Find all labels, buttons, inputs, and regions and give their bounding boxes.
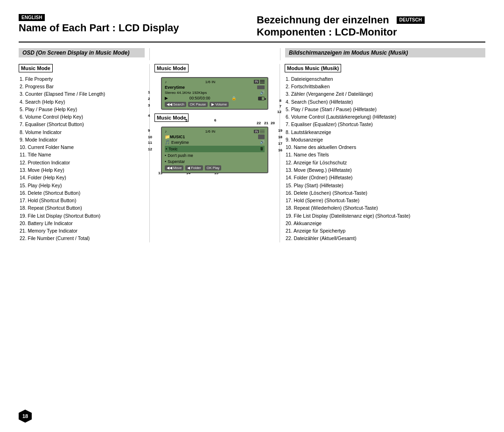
list-item: 21. Memory Type Indicator: [19, 227, 145, 234]
ann-16: 16: [278, 148, 282, 152]
middle-column: Music Mode 1 2 3 4 5 6 8 7 12 ♪: [149, 64, 280, 242]
list-item: 15. Play (Start) (Hilfetaste): [285, 182, 485, 189]
main-title-left: Name of Each Part : LCD Display: [19, 22, 247, 34]
lcd2-song4: Superstar: [168, 159, 185, 164]
lcd2-song3-row: • Don't push me: [165, 153, 265, 158]
list-item: 18. Repeat (Shortcut Button): [19, 204, 145, 212]
lcd2-folder-icon: 📁: [165, 135, 170, 139]
list-item: 17. Hold (Shortcut Button): [19, 197, 145, 204]
lcd2-folder-name: MUSIC1: [170, 135, 185, 139]
title-right-line2: Komponenten : LCD-Monitor: [257, 26, 425, 38]
lcd2-volume-icon: 🔊: [260, 140, 265, 144]
lcd2-repeat-icon: [258, 135, 265, 139]
lcd1-song-row: Everytime: [165, 85, 265, 90]
list-item: 3. Zähler (Vergangene Zeit / Dateilänge): [285, 90, 485, 98]
header-right: Bezeichnung der einzelnen DEUTSCH Kompon…: [247, 14, 485, 39]
lcd2-song1: Everytime: [171, 140, 189, 145]
lcd1-topbar: ♪ 1/6 IN IN: [165, 80, 265, 84]
lcd2-play-btn: OK Play: [205, 165, 222, 170]
list-item: 1. File Property: [19, 75, 145, 83]
page-number-badge: 18: [19, 410, 32, 423]
list-item: 5. Play / Pause (Help Key): [19, 106, 145, 113]
lcd1-play-icon: ▶: [165, 96, 168, 100]
list-item: 11. Title Name: [19, 151, 145, 158]
lcd2-song1-row: 🎵 Everytime 🔊: [165, 140, 265, 145]
lcd1-track-info: 1/6 IN: [205, 80, 215, 84]
ann-8: 8: [280, 99, 281, 103]
lcd2-song2-row: • Toxic 🗑: [165, 146, 265, 152]
lcd2-topbar: ♪ 1/6 IN IN: [165, 129, 265, 134]
list-item: 7. Equaliser (Shortcut Button): [19, 120, 145, 128]
section-bar-left: OSD (On Screen Display in Music Mode): [19, 48, 145, 57]
list-item: 9. Modusanzeige: [285, 136, 485, 143]
lcd2-note-icon: ♪: [165, 129, 167, 134]
ann-2: 2: [148, 97, 150, 101]
list-item: 17. Hold (Sperre) (Shortcut-Taste): [285, 197, 485, 204]
list-item: 11. Name des Titels: [285, 151, 485, 158]
lcd-display-1: 1 2 3 4 5 6 8 7 12 ♪ 1/6 IN IN: [154, 77, 275, 110]
lcd2-track-info: 1/6 IN: [205, 129, 215, 134]
ann-20: 20: [271, 121, 275, 125]
list-item: 19. File List Display (Dateilistenanz ei…: [285, 212, 485, 220]
lcd2-song4-row: • Superstar: [165, 159, 265, 164]
music-mode-label-mid1: Music Mode: [154, 64, 189, 72]
title-right-line1: Bezeichnung der einzelnen: [257, 14, 389, 26]
main-content: Music Mode 1. File Property 2. Progress …: [19, 64, 485, 242]
left-list: 1. File Property 2. Progress Bar 3. Coun…: [19, 75, 145, 242]
right-list: 1. Dateieigenschaften 2. Fortschrittsbal…: [285, 75, 485, 242]
list-item: 3. Counter (Elapsed Time / File Length): [19, 90, 145, 98]
list-item: 13. Move (Beweg.) (Hilfetaste): [285, 166, 485, 174]
lcd2-folder-btn: ◀ Folder: [185, 165, 203, 170]
lcd1-icons: IN: [254, 80, 265, 84]
lcd1-song-name: Everytime: [165, 85, 185, 90]
lcd-display-2: 9 10 11 12 19 18 17 16 13 14 15 22 21 20: [154, 127, 275, 173]
lcd2-song2: Toxic: [168, 146, 177, 152]
list-item: 22. File Number (Current / Total): [19, 234, 145, 242]
ann-19: 19: [278, 128, 282, 133]
lcd2-grid-icon: [260, 129, 265, 133]
lcd2-move-btn: ◀◀ Move: [165, 165, 183, 170]
lcd1-volume-icon: 🔊: [260, 91, 265, 95]
ann-18: 18: [278, 135, 282, 139]
ann-4: 4: [148, 113, 150, 118]
lcd2-trash-icon: 🗑: [260, 147, 264, 151]
lcd1-note-icon: ♪: [165, 80, 167, 84]
list-item: 4. Search (Help Key): [19, 98, 145, 106]
ann-12b: 12: [148, 147, 152, 151]
lcd1-lock-icon: 🔒: [231, 96, 237, 100]
header: ENGLISH Name of Each Part : LCD Display …: [19, 14, 485, 42]
list-item: 13. Move (Help Key): [19, 166, 145, 174]
list-item: 20. Akkuanzeige: [285, 220, 485, 227]
ann-11: 11: [148, 141, 152, 145]
lcd2-memory-icon: IN: [254, 130, 259, 133]
music-mode-label-right: Modus Music (Musik): [285, 64, 341, 72]
list-item: 19. File List Display (Shortcut Button): [19, 212, 145, 220]
list-item: 4. Search (Suchen) (Hilfetaste): [285, 98, 485, 106]
lcd-screen-2: ♪ 1/6 IN IN 📁 MUSIC1: [161, 127, 268, 173]
ann-10: 10: [148, 135, 152, 139]
page: ENGLISH Name of Each Part : LCD Display …: [0, 0, 504, 432]
list-item: 2. Progress Bar: [19, 83, 145, 90]
ann-17: 17: [278, 142, 282, 146]
grid-icon: [260, 80, 265, 84]
section-bar-right: Bildschirmanzeigen im Modus Music (Musik…: [285, 48, 485, 57]
lcd1-pause-btn: OK Pause: [188, 102, 208, 107]
lcd1-time: 00:50/03:00: [189, 96, 210, 100]
right-column: Modus Music (Musik) 1. Dateieigenschafte…: [280, 64, 485, 242]
lcd2-bullet2: •: [165, 153, 166, 158]
list-item: 15. Play (Help Key): [19, 182, 145, 189]
lcd1-time-row: ▶ 00:50/03:00 🔒: [165, 96, 265, 100]
music-mode-label-left: Music Mode: [19, 64, 53, 72]
list-item: 2. Fortschrittsbalken: [285, 83, 485, 90]
lcd1-battery: [258, 96, 265, 100]
lcd2-bullet3: •: [165, 159, 166, 164]
left-column: Music Mode 1. File Property 2. Progress …: [19, 64, 149, 242]
list-item: 12. Anzeige für Löschschutz: [285, 159, 485, 166]
lcd1-progress-icon: [257, 85, 265, 89]
lcd2-bullet1: •: [166, 147, 167, 151]
lcd1-search-btn: ◀◀ Search: [165, 102, 186, 107]
ann-1: 1: [148, 90, 150, 94]
list-item: 7. Equaliser (Equalizer) (Shortcut-Taste…: [285, 120, 485, 128]
list-item: 6. Volume Control (Lautstärkeregelung) (…: [285, 113, 485, 120]
list-item: 18. Repeat (Wiederholen) (Shortcut-Taste…: [285, 204, 485, 212]
